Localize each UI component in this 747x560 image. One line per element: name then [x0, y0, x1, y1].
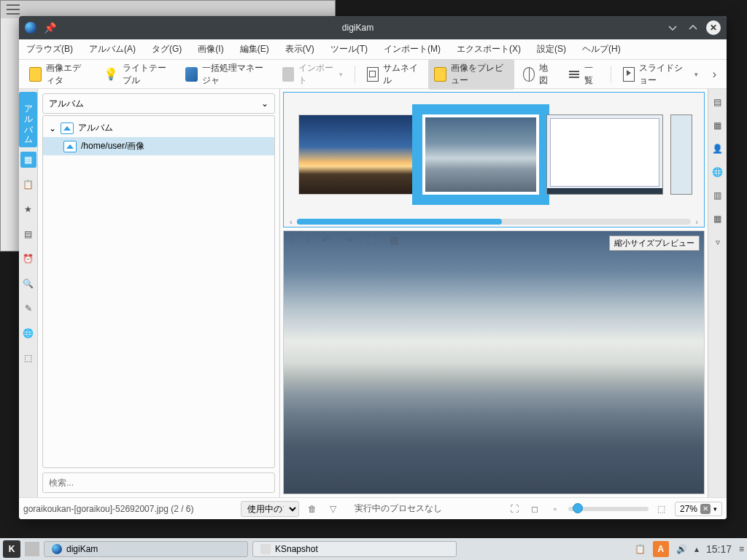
toolbar-overflow-button[interactable]: ›	[707, 65, 722, 84]
menu-help[interactable]: ヘルプ(H)	[579, 40, 624, 58]
filter-icon[interactable]: ▿	[711, 235, 725, 249]
maximize-button[interactable]	[686, 20, 700, 35]
expand-icon[interactable]: ⌄	[49, 123, 56, 133]
scrollbar-track[interactable]	[297, 219, 692, 225]
menu-album[interactable]: アルバム(A)	[86, 40, 139, 58]
preview-panel[interactable]: ‹ › ↶ ↷ ⛶ ▦ 縮小サイズプレビュー	[283, 230, 705, 494]
toolbar: 画像エディタ 💡ライトテーブル 一括処理マネージャ インポート▾ サムネイル 画…	[19, 60, 727, 89]
volume-icon[interactable]: 🔊	[676, 544, 687, 554]
zoom-fit-icon[interactable]: ⛶	[507, 502, 522, 516]
zoom-reset-icon[interactable]: ✕	[700, 504, 711, 514]
scrollbar-handle[interactable]	[297, 219, 502, 225]
dock-tab-image-icon[interactable]: ▦	[20, 152, 36, 168]
status-filter-select[interactable]: 使用中のフィ.	[241, 501, 299, 517]
properties-icon[interactable]: ▤	[711, 95, 725, 109]
rotate-left-icon[interactable]: ↶	[322, 234, 331, 246]
menu-export[interactable]: エクスポート(X)	[454, 40, 524, 58]
next-icon[interactable]: ›	[306, 234, 310, 246]
menu-view[interactable]: 表示(V)	[282, 40, 317, 58]
thumbnail-2-selected[interactable]	[422, 114, 539, 195]
input-method-icon[interactable]: A	[653, 541, 669, 557]
chevron-down-icon: ▾	[694, 71, 698, 78]
light-table-button[interactable]: 💡ライトテーブル	[98, 59, 177, 90]
select-icon[interactable]: ⬚	[20, 350, 36, 366]
menu-import[interactable]: インポート(M)	[381, 40, 444, 58]
menu-browse[interactable]: ブラウズ(B)	[23, 40, 76, 58]
search-input[interactable]	[49, 478, 268, 488]
list-view-button[interactable]: 一覧	[562, 59, 605, 90]
image-editor-button[interactable]: 画像エディタ	[23, 59, 95, 90]
funnel-icon[interactable]: ▽	[325, 502, 340, 516]
globe-icon[interactable]: 🌐	[20, 325, 36, 341]
hamburger-icon[interactable]	[7, 4, 20, 15]
content-area: ‹ › ‹ › ↶ ↷ ⛶ ▦ 縮小サイズプレビュー	[280, 89, 708, 497]
menu-image[interactable]: 画像(I)	[195, 40, 226, 58]
tray-expand-icon[interactable]: ▴	[694, 544, 699, 554]
thumbnail-scrollbar[interactable]: ‹ ›	[284, 217, 704, 227]
zoom-slider[interactable]	[568, 507, 649, 511]
system-tray: 📋 A 🔊 ▴ 15:17 ≡	[635, 541, 744, 557]
dock-tab-album[interactable]: アルバム	[19, 92, 37, 147]
menu-icon[interactable]: ≡	[739, 544, 744, 554]
kde-menu-button[interactable]: K	[3, 540, 20, 558]
zoom-slider-handle[interactable]	[573, 503, 583, 513]
status-filename: goraikoukan-[goraikou]-52692007.jpg (2 /…	[23, 504, 235, 514]
zoom-out-icon[interactable]: ▫	[548, 502, 562, 516]
preview-toolbar: ‹ › ↶ ↷ ⛶ ▦	[290, 234, 399, 246]
left-dock: アルバム ▦ 📋 ★ ▤ ⏰ 🔍 ✎ 🌐 ⬚	[19, 89, 38, 497]
grid-icon[interactable]: ▦	[390, 234, 399, 246]
scroll-right-icon[interactable]: ›	[695, 217, 698, 226]
menu-tool[interactable]: ツール(T)	[328, 40, 371, 58]
colors-icon[interactable]: ▦	[711, 118, 725, 133]
search-icon[interactable]: 🔍	[20, 276, 36, 292]
trash-icon[interactable]: 🗑	[305, 502, 320, 516]
versions-icon[interactable]: ▦	[711, 211, 725, 226]
preview-size-badge: 縮小サイズプレビュー	[609, 236, 700, 251]
menu-edit[interactable]: 編集(E)	[237, 40, 272, 58]
clipboard-icon[interactable]: 📋	[20, 176, 36, 192]
note-icon[interactable]: ▤	[20, 226, 36, 242]
slideshow-button[interactable]: スライドショー▾	[617, 59, 704, 90]
tree-item-path[interactable]: /home/user/画像	[43, 137, 274, 155]
clock[interactable]: 15:17	[706, 543, 732, 555]
titlebar[interactable]: 📌 digiKam ✕	[19, 16, 727, 39]
globe-icon[interactable]: 🌐	[711, 165, 725, 179]
zoom-100-icon[interactable]: ◻	[527, 502, 542, 516]
slideshow-icon	[623, 67, 635, 82]
fullscreen-icon[interactable]: ⛶	[366, 234, 376, 246]
tag-picker-icon[interactable]: ▥	[711, 188, 725, 203]
close-button[interactable]: ✕	[706, 20, 721, 35]
thumbnail-3[interactable]	[546, 114, 663, 195]
minimize-button[interactable]	[665, 20, 680, 35]
bulb-icon: 💡	[104, 67, 118, 82]
menu-settings[interactable]: 設定(S)	[534, 40, 569, 58]
desktop-pager[interactable]	[25, 542, 39, 556]
clipboard-tray-icon[interactable]: 📋	[635, 544, 646, 554]
thumbnail-view-button[interactable]: サムネイル	[361, 59, 425, 90]
wand-icon[interactable]: ✎	[20, 300, 36, 316]
import-button: インポート▾	[276, 59, 349, 90]
chevron-down-icon[interactable]: ▾	[713, 505, 717, 513]
user-icon[interactable]: 👤	[711, 141, 725, 156]
tree-item-root[interactable]: ⌄ アルバム	[43, 119, 274, 137]
batch-manager-button[interactable]: 一括処理マネージャ	[179, 59, 273, 90]
task-ksnapshot[interactable]: KSnapshot	[252, 541, 457, 557]
scroll-left-icon[interactable]: ‹	[290, 217, 293, 226]
search-box[interactable]	[42, 472, 275, 493]
rotate-right-icon[interactable]: ↷	[344, 234, 353, 246]
sidebar-header-dropdown[interactable]: アルバム ⌄	[42, 93, 275, 114]
pin-icon[interactable]: 📌	[44, 22, 56, 34]
thumbnail-icon	[367, 67, 379, 82]
star-icon[interactable]: ★	[20, 201, 36, 217]
task-digikam[interactable]: digiKam	[44, 541, 248, 557]
zoom-in-icon[interactable]: ⬚	[654, 502, 669, 516]
clock-icon[interactable]: ⏰	[20, 251, 36, 267]
batch-icon	[185, 67, 198, 82]
thumbnail-1[interactable]	[298, 114, 415, 195]
prev-icon[interactable]: ‹	[290, 234, 293, 246]
map-view-button[interactable]: 地図	[517, 59, 560, 90]
preview-view-button[interactable]: 画像をプレビュー	[428, 59, 514, 90]
thumbnail-4[interactable]	[670, 114, 692, 195]
menu-tag[interactable]: タグ(G)	[149, 40, 185, 58]
zoom-value-box[interactable]: 27% ✕ ▾	[675, 502, 722, 516]
